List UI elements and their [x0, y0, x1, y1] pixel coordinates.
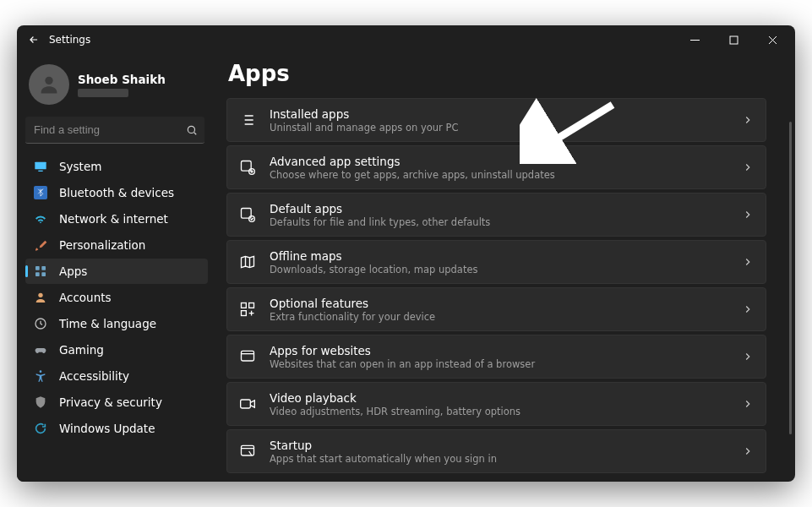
sidebar-item-label: Privacy & security — [59, 395, 162, 409]
svg-point-1 — [45, 77, 52, 84]
card-startup[interactable]: Startup Apps that start automatically wh… — [226, 429, 766, 473]
svg-point-10 — [38, 293, 42, 297]
sidebar-item-label: Time & language — [59, 317, 156, 330]
chevron-right-icon — [742, 256, 754, 268]
sidebar-item-label: Apps — [59, 264, 87, 278]
card-sub: Defaults for file and link types, other … — [270, 216, 728, 228]
chevron-right-icon — [742, 161, 754, 173]
sidebar-item-personalization[interactable]: Personalization — [25, 232, 208, 258]
back-button[interactable] — [20, 26, 47, 53]
card-sub: Apps that start automatically when you s… — [270, 453, 728, 465]
settings-list: Installed apps Uninstall and manage apps… — [226, 98, 770, 473]
svg-rect-3 — [35, 162, 46, 170]
list-icon — [239, 112, 256, 128]
sidebar-item-bluetooth[interactable]: Bluetooth & devices — [25, 180, 208, 205]
svg-point-12 — [40, 370, 42, 373]
gamepad-icon — [34, 343, 47, 357]
clock-icon — [34, 317, 47, 330]
svg-rect-19 — [242, 311, 247, 316]
sidebar-item-time-language[interactable]: Time & language — [25, 311, 208, 336]
svg-rect-21 — [241, 400, 251, 408]
card-title: Advanced app settings — [270, 155, 728, 168]
card-sub: Choose where to get apps, archive apps, … — [270, 169, 728, 181]
settings-window: Settings Shoeb Shaikh — [17, 25, 795, 482]
user-row[interactable]: Shoeb Shaikh — [25, 59, 208, 113]
svg-rect-17 — [242, 303, 247, 308]
card-title: Startup — [270, 439, 728, 452]
startup-icon — [239, 443, 256, 460]
svg-rect-4 — [38, 171, 42, 172]
nav-list: System Bluetooth & devices Network & int… — [25, 154, 208, 441]
card-advanced-app-settings[interactable]: Advanced app settings Choose where to ge… — [226, 145, 766, 189]
card-installed-apps[interactable]: Installed apps Uninstall and manage apps… — [226, 98, 766, 142]
chevron-right-icon — [742, 303, 754, 315]
sidebar-item-accounts[interactable]: Accounts — [25, 285, 208, 310]
svg-rect-20 — [242, 351, 254, 361]
search-box[interactable] — [25, 117, 204, 144]
main-panel: Apps Installed apps Uninstall and manage… — [211, 54, 795, 482]
card-video-playback[interactable]: Video playback Video adjustments, HDR st… — [226, 382, 766, 426]
sidebar-item-network[interactable]: Network & internet — [25, 206, 208, 232]
window-controls — [675, 25, 792, 54]
default-app-icon — [239, 206, 256, 223]
card-title: Default apps — [270, 202, 728, 215]
shield-icon — [34, 395, 47, 409]
sidebar: Shoeb Shaikh System Bluetooth & devices — [17, 54, 211, 482]
card-sub: Video adjustments, HDR streaming, batter… — [270, 406, 728, 417]
sidebar-item-label: Windows Update — [59, 422, 155, 435]
card-title: Video playback — [270, 391, 728, 405]
sidebar-item-system[interactable]: System — [25, 154, 208, 179]
svg-rect-7 — [41, 266, 46, 270]
card-title: Optional features — [270, 297, 728, 310]
chevron-right-icon — [742, 398, 754, 410]
card-sub: Extra functionality for your device — [270, 311, 728, 323]
chevron-right-icon — [742, 209, 754, 221]
search-input[interactable] — [32, 123, 186, 137]
update-icon — [34, 422, 47, 435]
card-sub: Downloads, storage location, map updates — [270, 264, 728, 275]
avatar — [29, 64, 69, 105]
sidebar-item-apps[interactable]: Apps — [25, 259, 208, 284]
svg-rect-9 — [41, 272, 46, 276]
user-text: Shoeb Shaikh — [78, 73, 166, 97]
display-icon — [34, 160, 47, 173]
svg-rect-18 — [249, 303, 254, 308]
maximize-button[interactable] — [714, 25, 753, 54]
card-sub: Websites that can open in an app instead… — [270, 358, 728, 370]
card-default-apps[interactable]: Default apps Defaults for file and link … — [226, 193, 766, 237]
svg-rect-8 — [35, 272, 40, 276]
sidebar-item-label: Bluetooth & devices — [59, 186, 174, 199]
card-offline-maps[interactable]: Offline maps Downloads, storage location… — [226, 240, 766, 284]
app-title: Settings — [49, 34, 90, 46]
scrollbar[interactable] — [789, 122, 792, 434]
card-title: Offline maps — [270, 249, 728, 263]
user-name: Shoeb Shaikh — [78, 73, 166, 86]
card-apps-for-websites[interactable]: Apps for websites Websites that can open… — [226, 335, 766, 379]
bluetooth-icon — [34, 186, 47, 199]
chevron-right-icon — [742, 114, 754, 126]
accessibility-icon — [34, 369, 47, 383]
brush-icon — [34, 238, 47, 252]
search-icon — [186, 124, 198, 136]
card-title: Installed apps — [270, 107, 728, 121]
sidebar-item-label: Accessibility — [59, 369, 129, 383]
card-optional-features[interactable]: Optional features Extra functionality fo… — [226, 287, 766, 331]
wifi-icon — [34, 212, 47, 226]
sidebar-item-label: Personalization — [59, 238, 145, 252]
sidebar-item-windows-update[interactable]: Windows Update — [25, 416, 208, 441]
chevron-right-icon — [742, 445, 754, 457]
minimize-button[interactable] — [675, 25, 714, 54]
svg-rect-6 — [35, 266, 40, 270]
apps-icon — [34, 264, 47, 278]
sidebar-item-accessibility[interactable]: Accessibility — [25, 363, 208, 389]
close-button[interactable] — [753, 25, 792, 54]
card-title: Apps for websites — [270, 344, 728, 357]
sidebar-item-gaming[interactable]: Gaming — [25, 337, 208, 363]
map-icon — [239, 254, 256, 270]
svg-point-2 — [188, 126, 194, 133]
sidebar-item-label: Gaming — [59, 343, 104, 357]
sidebar-item-privacy[interactable]: Privacy & security — [25, 390, 208, 415]
user-email-redacted — [78, 89, 128, 97]
sidebar-item-label: Network & internet — [59, 212, 168, 226]
sidebar-item-label: Accounts — [59, 291, 112, 304]
